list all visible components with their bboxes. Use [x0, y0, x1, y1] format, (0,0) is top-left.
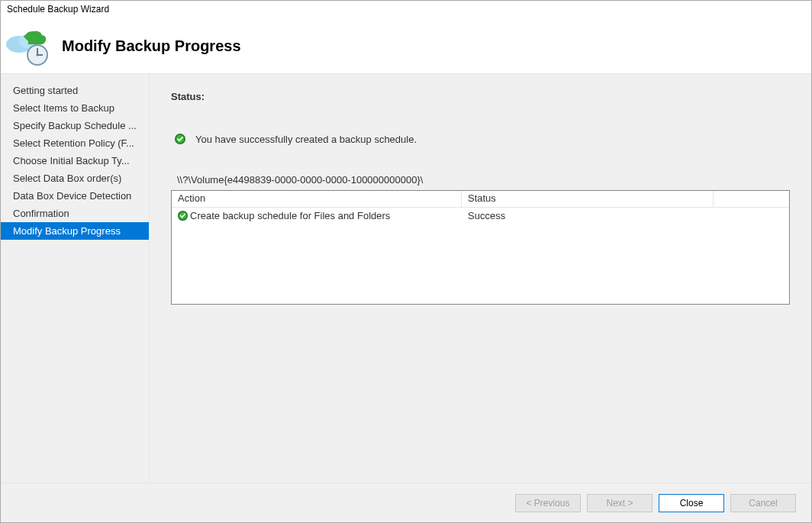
- sidebar-item-select-items[interactable]: Select Items to Backup: [1, 99, 149, 117]
- column-header-spacer: [714, 191, 789, 207]
- wizard-footer: < Previous Next > Close Cancel: [1, 483, 811, 522]
- sidebar-item-data-box-orders[interactable]: Select Data Box order(s): [1, 169, 149, 187]
- row-success-icon: [176, 209, 188, 221]
- wizard-window: Schedule Backup Wizard Modify Backup Pro…: [0, 0, 812, 523]
- row-action-cell: Create backup schedule for Files and Fol…: [172, 209, 462, 221]
- previous-button: < Previous: [515, 494, 581, 512]
- status-heading: Status:: [171, 91, 790, 102]
- status-message-line: You have successfully created a backup s…: [174, 133, 790, 145]
- cancel-button: Cancel: [730, 494, 796, 512]
- results-table-header: Action Status: [172, 191, 789, 208]
- sidebar-item-confirmation[interactable]: Confirmation: [1, 205, 149, 222]
- wizard-content: Status: You have successfully created a …: [150, 74, 811, 483]
- wizard-header: Modify Backup Progress: [1, 19, 811, 74]
- window-title: Schedule Backup Wizard: [1, 1, 811, 19]
- success-check-icon: [174, 133, 186, 145]
- volume-path-text: \\?\Volume{e4498839-0000-0000-0000-10000…: [177, 174, 790, 186]
- close-button[interactable]: Close: [659, 494, 724, 512]
- sidebar-item-getting-started[interactable]: Getting started: [1, 82, 149, 99]
- wizard-sidebar: Getting started Select Items to Backup S…: [1, 74, 150, 483]
- sidebar-item-data-box-detection[interactable]: Data Box Device Detection: [1, 187, 149, 205]
- row-action-text: Create backup schedule for Files and Fol…: [190, 210, 390, 221]
- column-header-status[interactable]: Status: [462, 191, 714, 207]
- status-message-text: You have successfully created a backup s…: [195, 134, 417, 145]
- sidebar-item-retention-policy[interactable]: Select Retention Policy (F...: [1, 134, 149, 152]
- next-button: Next >: [587, 494, 652, 512]
- table-row[interactable]: Create backup schedule for Files and Fol…: [172, 208, 789, 223]
- sidebar-item-specify-schedule[interactable]: Specify Backup Schedule ...: [1, 117, 149, 134]
- column-header-action[interactable]: Action: [172, 191, 462, 207]
- wizard-body: Getting started Select Items to Backup S…: [1, 74, 811, 483]
- wizard-header-title: Modify Backup Progress: [62, 37, 241, 55]
- sidebar-item-modify-backup-progress[interactable]: Modify Backup Progress: [1, 222, 149, 240]
- wizard-header-icon: [5, 27, 51, 66]
- results-table: Action Status Create backup sch: [171, 190, 790, 305]
- svg-point-5: [37, 53, 39, 56]
- sidebar-item-initial-backup-type[interactable]: Choose Initial Backup Ty...: [1, 152, 149, 169]
- row-status-cell: Success: [462, 210, 714, 221]
